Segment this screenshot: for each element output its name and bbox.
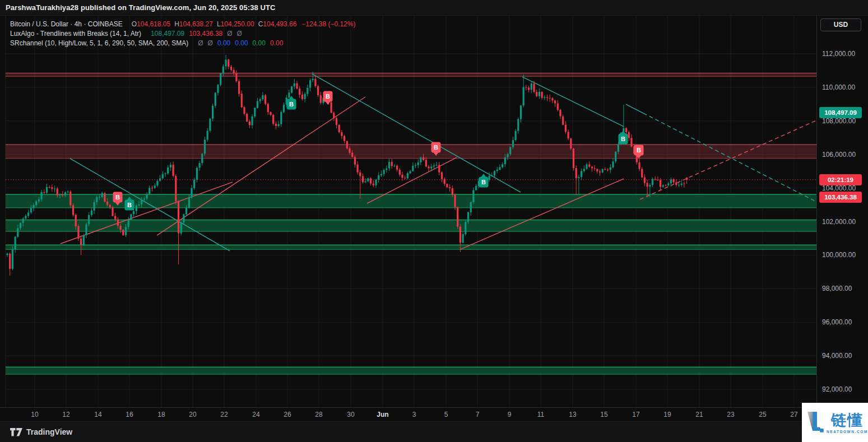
candle-body: [573, 148, 574, 168]
candle-body: [304, 94, 306, 99]
time-axis-label: 28: [309, 411, 328, 418]
candle-body: [399, 170, 401, 175]
tradingview-logo[interactable]: TradingView: [10, 427, 72, 436]
signal-label: B: [481, 179, 486, 185]
time-axis-label: 12: [57, 411, 76, 418]
candle-body: [314, 79, 316, 86]
candle-body: [141, 199, 142, 204]
candle-body: [517, 119, 519, 131]
candle-body: [167, 168, 169, 174]
time-axis-label: 16: [120, 411, 139, 418]
candle-body: [185, 208, 187, 215]
candle-body: [681, 184, 683, 185]
neatdown-cjk-label: 链懂: [831, 412, 864, 429]
candle-body: [570, 138, 572, 148]
candle-body: [109, 205, 111, 207]
chart-canvas[interactable]: BBBBBBBB: [0, 0, 868, 442]
candle-body: [449, 187, 451, 188]
candle-body: [25, 216, 26, 219]
candle-body: [196, 168, 198, 179]
legend-srchannel-row[interactable]: SRchannel (10, High/Low, 5, 1, 6, 290, 5…: [10, 39, 355, 48]
candle-body: [333, 113, 335, 118]
candle-body: [472, 190, 474, 202]
candle-body: [502, 164, 503, 167]
time-scale[interactable]: 1012141618202224262830Jun357911131517192…: [0, 407, 816, 421]
candle-body: [264, 95, 266, 104]
candle-body: [544, 97, 545, 97]
candle-body: [351, 153, 353, 157]
candle-body: [278, 124, 280, 126]
candle-body: [9, 254, 11, 269]
open-value: 104,618.05: [137, 20, 170, 28]
candle-body: [433, 165, 435, 166]
candle-body: [312, 79, 314, 81]
srchannel-v2: 0.00: [235, 39, 248, 47]
time-axis-label: 5: [437, 411, 456, 418]
time-axis-label: 11: [531, 411, 550, 418]
time-axis-label: 3: [405, 411, 424, 418]
signal-label: B: [289, 101, 294, 108]
legend-symbol-row[interactable]: Bitcoin / U.S. Dollar · 4h · COINBASE O …: [10, 20, 355, 29]
candle-body: [30, 208, 32, 212]
candle-body: [662, 185, 664, 187]
candle-body: [220, 73, 221, 85]
tradingview-icon: [10, 428, 22, 436]
candle-body: [75, 215, 77, 226]
signal-tip: [621, 131, 626, 134]
candle-body: [320, 95, 322, 103]
candle-body: [375, 180, 377, 185]
candle-body: [59, 194, 61, 196]
candle-body: [204, 139, 206, 153]
candle-body: [243, 107, 245, 114]
high-value: 104,638.27: [179, 20, 213, 28]
candle-body: [296, 83, 298, 89]
candle-body: [27, 212, 29, 216]
candle-body: [641, 169, 643, 178]
candle-body: [647, 183, 648, 187]
currency-toggle-button[interactable]: USD: [820, 18, 861, 31]
candle-body: [396, 166, 398, 170]
candle-body: [91, 211, 92, 215]
price-scale[interactable]: USD 112,000.00110,000.00108,000.00106,00…: [816, 16, 868, 407]
candle-body: [136, 206, 137, 211]
candle-body: [148, 188, 150, 194]
candle-body: [217, 85, 219, 92]
candle-body: [496, 170, 498, 171]
candle-body: [280, 112, 282, 124]
luxalgo-title: LuxAlgo - Trendlines with Breaks (14, 1,…: [10, 30, 141, 38]
candle-body: [541, 92, 543, 98]
candle-body: [539, 92, 540, 96]
signal-label: B: [326, 93, 330, 100]
signal-tip: [326, 101, 331, 105]
price-axis-label: 96,000.00: [817, 318, 865, 327]
candle-body: [388, 162, 390, 169]
time-axis-label: 19: [658, 411, 677, 418]
candle-body: [307, 88, 308, 94]
candle-body: [138, 204, 140, 206]
candle-body: [178, 201, 179, 233]
legend: Bitcoin / U.S. Dollar · 4h · COINBASE O …: [10, 20, 355, 48]
signal-tip: [481, 174, 486, 177]
candle-body: [489, 176, 490, 180]
candle-body: [146, 194, 148, 198]
candle-body: [594, 168, 596, 169]
candle-body: [430, 166, 432, 168]
open-label: O: [132, 20, 137, 28]
price-axis-label: 102,000.00: [817, 217, 865, 226]
candle-body: [114, 216, 116, 219]
candle-body: [199, 163, 201, 168]
candle-body: [551, 98, 553, 100]
candle-body: [64, 192, 66, 195]
candle-body: [630, 138, 632, 146]
candle-body: [507, 154, 508, 157]
price-axis-label: 94,000.00: [817, 351, 865, 360]
candle-body: [655, 179, 656, 180]
candle-body: [162, 174, 164, 179]
candle-body: [33, 205, 34, 208]
srchannel-na1: Ø: [198, 39, 203, 47]
candle-body: [370, 178, 372, 183]
candle-body: [523, 87, 524, 106]
legend-luxalgo-row[interactable]: LuxAlgo - Trendlines with Breaks (14, 1,…: [10, 29, 355, 38]
candle-body: [128, 220, 129, 227]
candle-body: [417, 162, 419, 165]
